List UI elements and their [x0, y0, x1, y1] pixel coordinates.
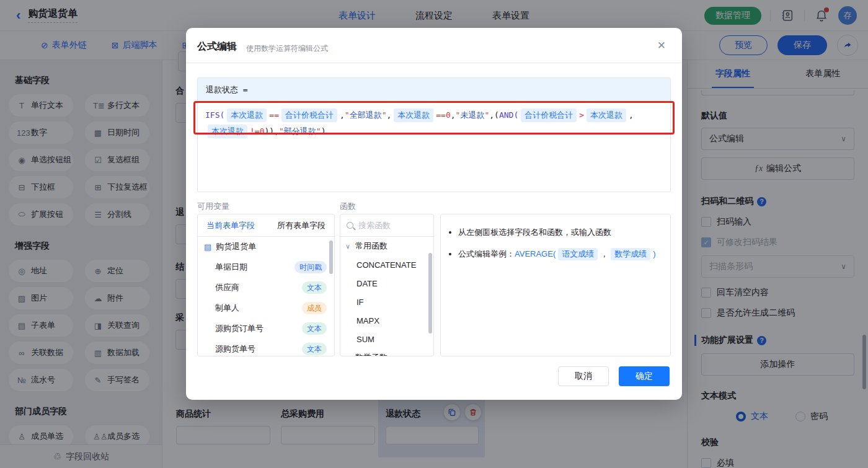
field-chip[interactable]: 本次退款: [208, 125, 247, 138]
function-item[interactable]: MAPX: [340, 311, 433, 330]
function-item[interactable]: CONCATENATE: [340, 255, 433, 274]
formula-token: 部分退款: [284, 126, 316, 136]
variable-type-badge: 时间戳: [294, 261, 327, 273]
field-chip[interactable]: 本次退款: [394, 108, 433, 122]
chevron-right-icon: ›: [345, 354, 352, 356]
variable-item[interactable]: 单据日期时间戳: [198, 257, 334, 277]
field-chip[interactable]: 合计价税合计: [521, 108, 577, 122]
formula-token: ,: [340, 110, 345, 120]
formula-token: ): [321, 126, 326, 136]
function-item[interactable]: DATE: [340, 274, 433, 293]
field-chip[interactable]: 本次退款: [587, 108, 626, 122]
formula-token: AND(: [499, 110, 518, 120]
cancel-button[interactable]: 取消: [558, 366, 609, 386]
confirm-button[interactable]: 确定: [619, 366, 670, 386]
variable-type-badge: 文本: [302, 281, 327, 294]
variable-item[interactable]: 源购货订单号文本: [198, 318, 334, 338]
formula-token: ": [345, 110, 350, 120]
tab-current-form-fields[interactable]: 当前表单字段: [206, 220, 255, 231]
function-group-label: 常用函数: [355, 241, 388, 252]
formula-token: IFS(: [205, 110, 224, 120]
variables-root-node[interactable]: ▤ 购货退货单: [198, 237, 334, 257]
variable-item[interactable]: 源购货单号文本: [198, 338, 334, 356]
formula-token: ==0: [436, 110, 450, 120]
dialog-title: 公式编辑: [197, 40, 237, 53]
tab-all-form-fields[interactable]: 所有表单字段: [277, 220, 326, 231]
formula-token: 未退款: [460, 110, 484, 120]
formula-token: ,: [386, 110, 391, 120]
variable-name: 源购货单号: [215, 343, 255, 355]
formula-editor: 退款状态 = IFS(本次退款==合计价税合计,"全部退款",本次退款==0,"…: [197, 77, 671, 192]
app-window: ‹ 购货退货单 表单设计流程设定表单设置 数据管理: [0, 0, 868, 468]
formula-target: 退款状态 =: [198, 78, 670, 102]
field-chip[interactable]: 合计价税合计: [281, 108, 337, 122]
search-placeholder: 搜索函数: [358, 220, 391, 231]
variable-name: 供应商: [215, 282, 239, 293]
functions-panel: 搜索函数 ∨常用函数CONCATENATEDATEIFMAPXSUM›数学函数›…: [340, 214, 434, 356]
function-group[interactable]: ∨常用函数: [340, 237, 433, 255]
formula-edit-dialog: 公式编辑 使用数学运算符编辑公式 ✕ 退款状态 = IFS(本次退款==合计价税…: [186, 28, 682, 400]
formula-token: ==: [269, 110, 279, 120]
scrollbar-thumb[interactable]: [329, 241, 333, 274]
variable-item[interactable]: 供应商文本: [198, 277, 334, 298]
variables-panel: 当前表单字段 所有表单字段 ▤ 购货退货单 单据日期时间戳供应商文本制单人成员源…: [197, 214, 335, 356]
variable-name: 单据日期: [215, 262, 247, 273]
variable-type-badge: 文本: [302, 322, 327, 335]
formula-token: ,: [629, 110, 634, 120]
function-search[interactable]: 搜索函数: [340, 214, 433, 237]
functions-label: 函数: [340, 201, 356, 212]
formula-token: ": [316, 126, 321, 136]
variable-name: 制单人: [215, 302, 239, 314]
variable-type-badge: 文本: [302, 343, 327, 355]
formula-expression-input[interactable]: IFS(本次退款==合计价税合计,"全部退款",本次退款==0,"未退款",(A…: [198, 102, 670, 145]
function-group-label: 数学函数: [355, 352, 388, 356]
variables-label: 可用变量: [197, 201, 229, 212]
formula-token: !=0: [250, 126, 264, 136]
root-label: 购货退货单: [216, 241, 256, 252]
chevron-down-icon: ∨: [345, 242, 352, 250]
tip-line-2: 公式编辑举例：AVERAGE(语文成绩，数学成绩): [458, 248, 670, 260]
scrollbar-thumb[interactable]: [428, 253, 432, 333]
formula-token: 全部退款: [350, 110, 382, 120]
tip-comma: ，: [600, 249, 608, 258]
variables-list: 单据日期时间戳供应商文本制单人成员源购货订单号文本源购货单号文本退货明细.商品条…: [198, 257, 334, 356]
variable-name: 源购货订单号: [215, 323, 264, 334]
field-chip[interactable]: 本次退款: [227, 108, 267, 122]
tip-field-chip: 语文成绩: [558, 248, 598, 260]
tip-field-chip: 数学成绩: [611, 248, 650, 260]
formula-token: )),: [264, 126, 278, 136]
tip-function-name: AVERAGE(: [515, 249, 556, 258]
dialog-subtitle: 使用数学运算符编辑公式: [246, 43, 328, 54]
tip-line-1: 从左侧面板选择字段名和函数，或输入函数: [458, 227, 670, 238]
tip-prefix: 公式编辑举例：: [458, 249, 515, 258]
variable-type-badge: 成员: [302, 302, 327, 314]
search-icon: [347, 222, 353, 229]
formula-token: ": [279, 126, 284, 136]
function-item[interactable]: IF: [340, 293, 433, 311]
close-icon[interactable]: ✕: [657, 39, 666, 52]
variables-tabs: 当前表单字段 所有表单字段: [198, 214, 334, 237]
function-item[interactable]: SUM: [340, 330, 433, 348]
formula-token: ,: [451, 110, 456, 120]
functions-list: ∨常用函数CONCATENATEDATEIFMAPXSUM›数学函数›文本函数: [340, 237, 433, 356]
divider: [186, 63, 682, 63]
formula-token: >: [579, 110, 584, 120]
variable-item[interactable]: 制单人成员: [198, 298, 334, 318]
formula-token: ,(: [489, 110, 499, 120]
tips-panel: 从左侧面板选择字段名和函数，或输入函数 公式编辑举例：AVERAGE(语文成绩，…: [440, 214, 671, 356]
tip-close-paren: ): [653, 249, 655, 258]
form-doc-icon: ▤: [204, 242, 211, 252]
function-group[interactable]: ›数学函数: [340, 348, 433, 356]
